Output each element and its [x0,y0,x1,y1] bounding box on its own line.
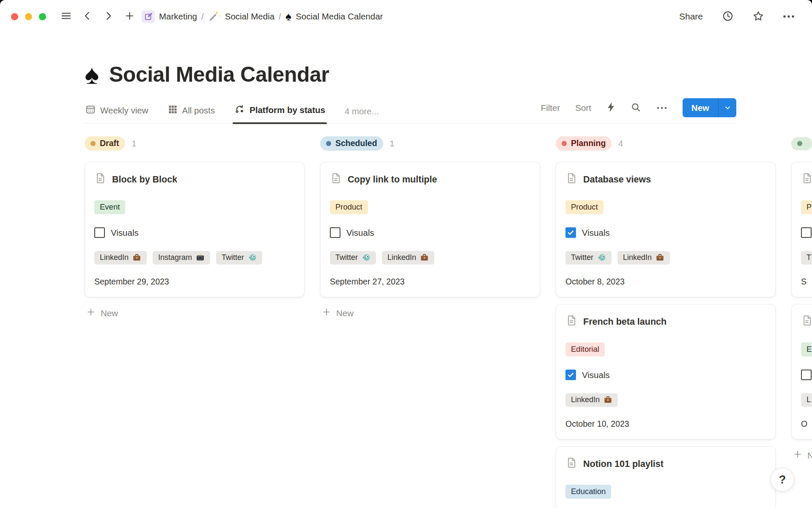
platform-tag[interactable]: T [801,251,812,265]
board-card[interactable]: P T S [791,162,812,297]
status-pill[interactable] [791,137,812,150]
tab-label: All posts [182,105,215,116]
filter-button[interactable]: Filter [539,102,562,114]
platform-tag[interactable]: LinkedIn [382,251,434,265]
platforms-row: TwitterLinkedIn [330,251,530,265]
board-card[interactable]: Block by Block Event Visuals LinkedInIns… [85,162,304,297]
platform-tag[interactable]: LinkedIn [617,251,670,265]
status-label: Scheduled [335,138,377,148]
card-title-row: Notion 101 playlist [565,457,766,471]
visuals-label: Visuals [582,228,610,238]
breadcrumb-item-social-media[interactable]: Social Media [208,9,274,24]
category-tag[interactable]: Product [330,200,368,214]
card-title: Database views [583,174,651,185]
tab-platform-by-status[interactable]: Platform by status [233,99,326,123]
favorite-button[interactable] [749,8,767,25]
board-column: Planning 4 Database views Product Visual… [556,136,776,508]
new-button[interactable]: New [683,98,736,117]
tab-weekly-view[interactable]: Weekly view [85,100,149,123]
board-card[interactable]: French beta launch Editorial Visuals Lin… [556,304,776,439]
platform-label: Instagram [158,253,192,262]
tab-more-views[interactable]: 4 more... [344,102,380,123]
card-title-row [801,315,812,329]
new-page-button[interactable] [121,8,138,25]
visuals-checkbox[interactable] [565,227,576,238]
view-tabs: Weekly view All posts Platform by status… [85,99,380,123]
category-tag[interactable]: Product [565,200,604,214]
minimize-window-button[interactable] [25,13,32,20]
document-icon [801,172,812,187]
notion-window: Marketing / Social Media / ♠ Social Medi… [0,0,812,508]
breadcrumb-item-social-media-calendar[interactable]: ♠ Social Media Calendar [285,11,383,22]
view-options-button[interactable] [655,103,669,113]
zoom-window-button[interactable] [39,13,46,20]
share-button[interactable]: Share [676,9,706,24]
board-column: Scheduled 1 Copy link to multiple Produc… [320,136,540,322]
platform-tag[interactable]: LinkedIn [565,393,618,407]
status-pill[interactable]: Draft [85,136,125,151]
bird-icon [362,253,370,262]
status-dot-icon [326,141,331,146]
visuals-row: Visuals [330,227,530,238]
add-card-label: New [336,308,354,318]
search-view-button[interactable] [629,100,643,116]
board-card[interactable]: Notion 101 playlist Education [556,446,776,508]
breadcrumb-label: Social Media [225,11,274,22]
category-tag[interactable]: Event [94,200,125,214]
sidebar-toggle-button[interactable] [57,8,75,25]
platform-tag[interactable]: L [801,393,812,407]
status-pill[interactable]: Scheduled [320,136,383,151]
board-card[interactable]: Copy link to multiple Product Visuals Tw… [320,162,540,297]
column-cards: Copy link to multiple Product Visuals Tw… [320,162,540,297]
card-title-row: Database views [565,172,766,187]
chevron-down-icon[interactable] [718,98,736,117]
category-tag[interactable]: Education [565,485,611,499]
visuals-checkbox[interactable] [330,227,340,238]
updates-button[interactable] [719,8,737,25]
new-button-label[interactable]: New [683,98,718,117]
status-dot-icon [797,141,802,146]
status-label: Draft [100,138,119,148]
help-button[interactable]: ? [771,468,794,491]
card-title-row: Block by Block [94,172,295,187]
visuals-checkbox[interactable] [801,227,812,238]
close-window-button[interactable] [11,13,18,20]
category-tag[interactable]: P [801,200,812,214]
platform-tag[interactable]: LinkedIn [94,251,147,265]
platform-tag[interactable]: Twitter [565,251,612,265]
add-card-button[interactable]: New [320,304,540,322]
platform-tag[interactable]: Twitter [216,251,262,265]
platform-tag[interactable]: Twitter [330,251,376,265]
tab-all-posts[interactable]: All posts [167,100,216,123]
status-pill[interactable]: Planning [556,136,612,151]
forward-button[interactable] [99,8,117,25]
document-icon [565,315,577,329]
card-date: October 10, 2023 [565,419,766,429]
briefcase-icon [656,253,664,262]
add-card-button[interactable]: New [791,446,812,464]
automations-button[interactable] [605,100,617,116]
sort-button[interactable]: Sort [573,102,593,114]
visuals-checkbox[interactable] [565,370,576,380]
visuals-row: Visuals [565,227,766,238]
category-tag[interactable]: E [801,342,812,356]
platforms-row: L [801,393,812,407]
visuals-checkbox[interactable] [801,370,812,380]
board-card[interactable]: E L O [791,304,812,439]
category-tag[interactable]: Editorial [565,342,605,356]
board-card[interactable]: Database views Product Visuals TwitterLi… [556,162,776,297]
visuals-label: Visuals [346,228,374,238]
marketing-page-icon [142,10,155,23]
briefcase-icon [420,253,429,262]
back-button[interactable] [78,8,96,25]
add-card-button[interactable]: New [85,304,304,322]
column-header [791,136,812,151]
add-card-label: New [101,308,118,318]
status-board-icon [234,104,245,116]
page-menu-button[interactable] [780,8,798,25]
page-title: Social Media Calendar [109,62,329,87]
platform-tag[interactable]: Instagram [153,251,210,265]
breadcrumb-item-marketing[interactable]: Marketing [142,10,197,23]
visuals-checkbox[interactable] [94,227,105,238]
platform-label: LinkedIn [100,253,129,262]
